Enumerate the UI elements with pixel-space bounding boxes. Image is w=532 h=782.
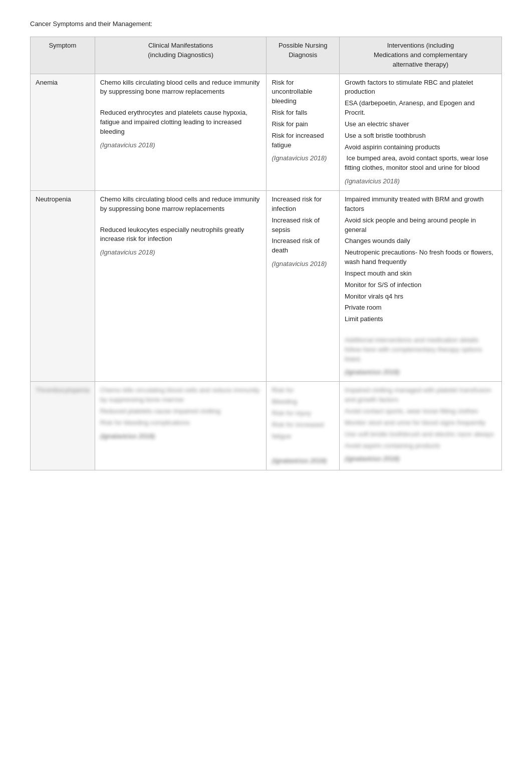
nursing-diagnosis-neutropenia: Increased risk for infection Increased r… [267,190,339,381]
interventions-blurred: Impaired clotting managed with platelet … [339,382,501,470]
clinical-neutropenia: Chemo kills circulating blood cells and … [95,190,267,381]
nursing-diagnosis-blurred: Risk for Bleeding Risk for injury Risk f… [267,382,339,470]
table-row-blurred: Thrombocytopenia Chemo kills circulating… [31,382,502,470]
interventions-neutropenia: Impaired immunity treated with BRM and g… [339,190,501,381]
clinical-anemia: Chemo kills circulating blood cells and … [95,74,267,190]
clinical-blurred: Chemo kills circulating blood cells and … [95,382,267,470]
table-row-neutropenia: Neutropenia Chemo kills circulating bloo… [31,190,502,381]
interventions-anemia: Growth factors to stimulate RBC and plat… [339,74,501,190]
col-header-clinical: Clinical Manifestations(including Diagno… [95,37,267,74]
table-row-anemia: Anemia Chemo kills circulating blood cel… [31,74,502,190]
col-header-symptom: Symptom [31,37,95,74]
col-header-nursing: Possible NursingDiagnosis [267,37,339,74]
symptom-neutropenia: Neutropenia [31,190,95,381]
symptoms-table: Symptom Clinical Manifestations(includin… [30,37,502,470]
symptom-blurred: Thrombocytopenia [31,382,95,470]
nursing-diagnosis-anemia: Risk for uncontrollable bleeding Risk fo… [267,74,339,190]
page-title: Cancer Symptoms and their Management: [30,20,502,28]
col-header-interventions: Interventions (includingMedications and … [339,37,501,74]
symptom-anemia: Anemia [31,74,95,190]
